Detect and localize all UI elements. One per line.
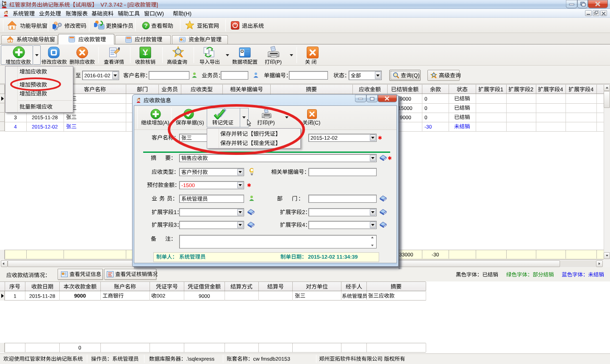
- svg-text:Y: Y: [142, 48, 148, 57]
- svg-text:?: ?: [144, 22, 147, 29]
